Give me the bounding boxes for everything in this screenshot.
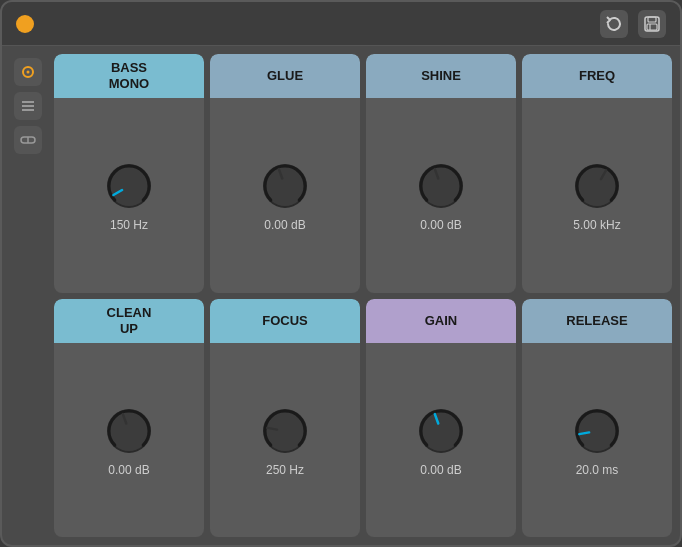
cell-header-shine: SHINE bbox=[366, 54, 516, 98]
knob-clean-up[interactable] bbox=[101, 403, 157, 459]
svg-line-34 bbox=[579, 432, 589, 434]
cell-value-clean-up: 0.00 dB bbox=[108, 463, 149, 477]
control-cell-glue: GLUE 0.00 dB bbox=[210, 54, 360, 293]
cell-header-gain: GAIN bbox=[366, 299, 516, 343]
cell-header-freq: FREQ bbox=[522, 54, 672, 98]
cell-header-bass-mono: BASSMONO bbox=[54, 54, 204, 98]
knob-shine[interactable] bbox=[413, 158, 469, 214]
cell-value-gain: 0.00 dB bbox=[420, 463, 461, 477]
control-cell-focus: FOCUS 250 Hz bbox=[210, 299, 360, 538]
sidebar-btn-list[interactable] bbox=[14, 92, 42, 120]
cell-header-focus: FOCUS bbox=[210, 299, 360, 343]
title-bar bbox=[2, 2, 680, 46]
cell-body-gain: 0.00 dB bbox=[409, 343, 473, 538]
sidebar bbox=[10, 54, 46, 537]
cell-value-bass-mono: 150 Hz bbox=[110, 218, 148, 232]
save-button[interactable] bbox=[638, 10, 666, 38]
cell-body-focus: 250 Hz bbox=[253, 343, 317, 538]
cell-value-focus: 250 Hz bbox=[266, 463, 304, 477]
title-dot bbox=[16, 15, 34, 33]
control-cell-shine: SHINE 0.00 dB bbox=[366, 54, 516, 293]
cell-body-freq: 5.00 kHz bbox=[565, 98, 629, 293]
cell-header-clean-up: CLEANUP bbox=[54, 299, 204, 343]
knob-freq[interactable] bbox=[569, 158, 625, 214]
knob-bass-mono[interactable] bbox=[101, 158, 157, 214]
knob-release[interactable] bbox=[569, 403, 625, 459]
control-cell-freq: FREQ 5.00 kHz bbox=[522, 54, 672, 293]
svg-line-28 bbox=[267, 428, 277, 430]
control-cell-release: RELEASE 20.0 ms bbox=[522, 299, 672, 538]
plugin-window: BASSMONO 150 Hz GLUE 0.00 dB SHINE 0.00 … bbox=[0, 0, 682, 547]
cell-body-release: 20.0 ms bbox=[565, 343, 629, 538]
control-cell-gain: GAIN 0.00 dB bbox=[366, 299, 516, 538]
control-cell-bass-mono: BASSMONO 150 Hz bbox=[54, 54, 204, 293]
cell-header-glue: GLUE bbox=[210, 54, 360, 98]
svg-rect-2 bbox=[647, 24, 657, 30]
cell-body-shine: 0.00 dB bbox=[409, 98, 473, 293]
cell-value-shine: 0.00 dB bbox=[420, 218, 461, 232]
cell-body-bass-mono: 150 Hz bbox=[97, 98, 161, 293]
main-content: BASSMONO 150 Hz GLUE 0.00 dB SHINE 0.00 … bbox=[2, 46, 680, 545]
sidebar-btn-eq[interactable] bbox=[14, 126, 42, 154]
refresh-button[interactable] bbox=[600, 10, 628, 38]
controls-area: BASSMONO 150 Hz GLUE 0.00 dB SHINE 0.00 … bbox=[54, 54, 672, 537]
sidebar-btn-tune[interactable] bbox=[14, 58, 42, 86]
knob-glue[interactable] bbox=[257, 158, 313, 214]
cell-value-glue: 0.00 dB bbox=[264, 218, 305, 232]
cell-value-release: 20.0 ms bbox=[576, 463, 619, 477]
cell-body-clean-up: 0.00 dB bbox=[97, 343, 161, 538]
cell-header-release: RELEASE bbox=[522, 299, 672, 343]
control-cell-clean-up: CLEANUP 0.00 dB bbox=[54, 299, 204, 538]
svg-point-5 bbox=[27, 71, 30, 74]
cell-body-glue: 0.00 dB bbox=[253, 98, 317, 293]
knob-focus[interactable] bbox=[257, 403, 313, 459]
cell-value-freq: 5.00 kHz bbox=[573, 218, 620, 232]
knob-gain[interactable] bbox=[413, 403, 469, 459]
